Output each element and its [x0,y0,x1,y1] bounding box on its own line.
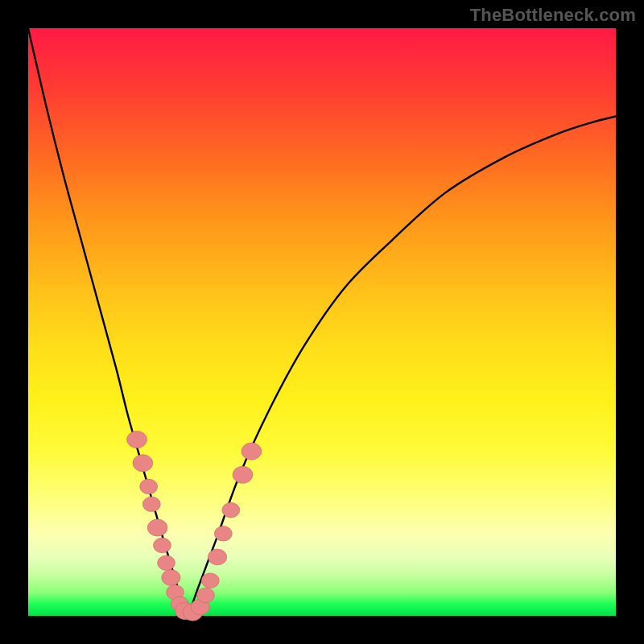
marker-point [153,538,171,553]
marker-point [197,588,215,603]
outer-frame: TheBottleneck.com [0,0,644,644]
marker-point [201,573,219,588]
marker-point [208,549,226,565]
marker-point [127,431,147,448]
chart-overlay [28,28,616,616]
marker-point [242,443,262,460]
attribution-text: TheBottleneck.com [470,5,636,26]
marker-point [222,502,240,518]
bottleneck-curve [28,28,616,616]
marker-point [147,519,167,536]
marker-point [233,466,253,483]
marker-point [140,479,158,494]
marker-point [158,555,175,571]
marker-point [133,455,153,472]
marker-group [127,431,262,621]
marker-point [142,497,160,512]
marker-point [162,570,180,586]
marker-point [214,526,232,541]
